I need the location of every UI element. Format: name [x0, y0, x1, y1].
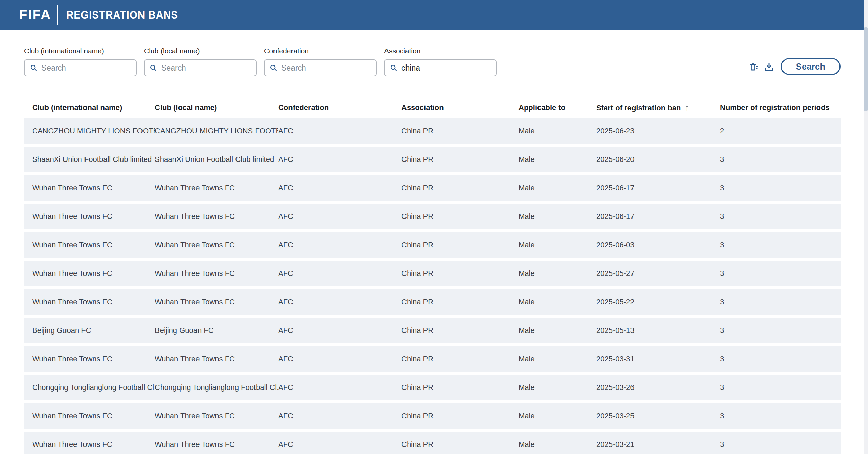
cell-number-of-registration-periods: 3: [720, 383, 841, 392]
cell-club-international-name: Beijing Guoan FC: [24, 326, 155, 335]
cell-confederation: AFC: [278, 184, 401, 192]
clear-filters-icon[interactable]: [748, 61, 760, 73]
table-row[interactable]: ShaanXi Union Football Club limitedShaan…: [24, 147, 841, 172]
search-icon: [270, 64, 277, 72]
cell-confederation: AFC: [278, 241, 401, 249]
search-icon: [150, 64, 157, 72]
filter-association: Association: [384, 47, 497, 76]
cell-association: China PR: [401, 412, 518, 420]
search-icon: [30, 64, 37, 72]
column-header-club-international-name[interactable]: Club (international name): [24, 103, 155, 112]
cell-club-local-name: CANGZHOU MIGHTY LIONS FOOTBAL...: [155, 127, 278, 135]
cell-club-local-name: Wuhan Three Towns FC: [155, 355, 278, 363]
column-header-club-local-name[interactable]: Club (local name): [155, 103, 278, 112]
cell-applicable-to: Male: [518, 212, 596, 221]
registration-bans-page: FIFA REGISTRATION BANS Club (internation…: [0, 0, 868, 454]
table-row[interactable]: CANGZHOU MIGHTY LIONS FOOTBAL...CANGZHOU…: [24, 118, 841, 144]
cell-club-local-name: Beijing Guoan FC: [155, 326, 278, 335]
cell-club-international-name: Wuhan Three Towns FC: [24, 412, 155, 420]
cell-club-international-name: Wuhan Three Towns FC: [24, 440, 155, 449]
cell-association: China PR: [401, 155, 518, 164]
scrollbar[interactable]: [864, 0, 868, 454]
page-title: REGISTRATION BANS: [66, 8, 178, 21]
club-local-searchbox[interactable]: [144, 59, 257, 76]
cell-start-of-registration-ban: 2025-06-17: [596, 212, 720, 221]
association-searchbox[interactable]: [384, 59, 497, 76]
cell-confederation: AFC: [278, 383, 401, 392]
cell-club-international-name: Wuhan Three Towns FC: [24, 269, 155, 278]
cell-club-local-name: Wuhan Three Towns FC: [155, 412, 278, 420]
cell-start-of-registration-ban: 2025-03-26: [596, 383, 720, 392]
cell-applicable-to: Male: [518, 155, 596, 164]
cell-association: China PR: [401, 326, 518, 335]
cell-club-local-name: Wuhan Three Towns FC: [155, 184, 278, 192]
cell-association: China PR: [401, 440, 518, 449]
filter-club-local: Club (local name): [144, 47, 257, 76]
cell-number-of-registration-periods: 3: [720, 241, 841, 249]
table-row[interactable]: Beijing Guoan FCBeijing Guoan FCAFCChina…: [24, 318, 841, 343]
column-header-association[interactable]: Association: [401, 103, 518, 112]
confederation-searchbox[interactable]: [264, 59, 377, 76]
cell-club-local-name: Wuhan Three Towns FC: [155, 212, 278, 221]
cell-applicable-to: Male: [518, 298, 596, 306]
cell-applicable-to: Male: [518, 326, 596, 335]
table-row[interactable]: Wuhan Three Towns FCWuhan Three Towns FC…: [24, 346, 841, 372]
cell-association: China PR: [401, 241, 518, 249]
association-input[interactable]: [401, 63, 493, 73]
cell-applicable-to: Male: [518, 241, 596, 249]
sort-ascending-icon[interactable]: ↑: [685, 102, 689, 112]
search-button[interactable]: Search: [781, 58, 841, 75]
cell-club-international-name: Wuhan Three Towns FC: [24, 184, 155, 192]
cell-club-international-name: Wuhan Three Towns FC: [24, 298, 155, 306]
cell-club-international-name: Wuhan Three Towns FC: [24, 241, 155, 249]
filter-label: Association: [384, 47, 497, 55]
column-header-start-of-registration-ban[interactable]: Start of registration ban↑: [596, 102, 720, 113]
cell-club-local-name: Wuhan Three Towns FC: [155, 440, 278, 449]
cell-number-of-registration-periods: 3: [720, 269, 841, 278]
confederation-input[interactable]: [281, 63, 373, 73]
column-header-number-of-registration-periods[interactable]: Number of registration periods: [720, 103, 841, 112]
cell-club-international-name: Wuhan Three Towns FC: [24, 355, 155, 363]
cell-number-of-registration-periods: 3: [720, 412, 841, 420]
table-row[interactable]: Wuhan Three Towns FCWuhan Three Towns FC…: [24, 432, 841, 454]
cell-start-of-registration-ban: 2025-03-21: [596, 440, 720, 449]
cell-number-of-registration-periods: 3: [720, 355, 841, 363]
table-row[interactable]: Wuhan Three Towns FCWuhan Three Towns FC…: [24, 204, 841, 229]
cell-number-of-registration-periods: 3: [720, 326, 841, 335]
club-international-searchbox[interactable]: [24, 59, 137, 76]
table-row[interactable]: Chongqing Tonglianglong Football Cl...Ch…: [24, 375, 841, 400]
cell-number-of-registration-periods: 3: [720, 298, 841, 306]
filter-label: Club (local name): [144, 47, 257, 55]
table-row[interactable]: Wuhan Three Towns FCWuhan Three Towns FC…: [24, 261, 841, 286]
club-international-input[interactable]: [41, 63, 133, 73]
cell-association: China PR: [401, 212, 518, 221]
scrollbar-thumb[interactable]: [864, 27, 868, 111]
cell-start-of-registration-ban: 2025-05-27: [596, 269, 720, 278]
cell-applicable-to: Male: [518, 355, 596, 363]
cell-association: China PR: [401, 184, 518, 192]
cell-club-international-name: Wuhan Three Towns FC: [24, 212, 155, 221]
column-header-applicable-to[interactable]: Applicable to: [518, 103, 596, 112]
cell-applicable-to: Male: [518, 412, 596, 420]
table-row[interactable]: Wuhan Three Towns FCWuhan Three Towns FC…: [24, 232, 841, 258]
cell-applicable-to: Male: [518, 383, 596, 392]
cell-club-international-name: ShaanXi Union Football Club limited: [24, 155, 155, 164]
download-icon[interactable]: [763, 61, 775, 73]
cell-confederation: AFC: [278, 355, 401, 363]
cell-start-of-registration-ban: 2025-03-25: [596, 412, 720, 420]
filter-label: Club (international name): [24, 47, 137, 55]
cell-confederation: AFC: [278, 212, 401, 221]
cell-start-of-registration-ban: 2025-06-23: [596, 127, 720, 135]
cell-start-of-registration-ban: 2025-06-20: [596, 155, 720, 164]
table-row[interactable]: Wuhan Three Towns FCWuhan Three Towns FC…: [24, 175, 841, 201]
club-local-input[interactable]: [161, 63, 253, 73]
cell-confederation: AFC: [278, 298, 401, 306]
column-header-confederation[interactable]: Confederation: [278, 103, 401, 112]
filter-label: Confederation: [264, 47, 377, 55]
cell-confederation: AFC: [278, 269, 401, 278]
cell-number-of-registration-periods: 2: [720, 127, 841, 135]
cell-club-local-name: Wuhan Three Towns FC: [155, 241, 278, 249]
table-row[interactable]: Wuhan Three Towns FCWuhan Three Towns FC…: [24, 403, 841, 429]
table-row[interactable]: Wuhan Three Towns FCWuhan Three Towns FC…: [24, 289, 841, 315]
cell-club-international-name: Chongqing Tonglianglong Football Cl...: [24, 383, 155, 392]
